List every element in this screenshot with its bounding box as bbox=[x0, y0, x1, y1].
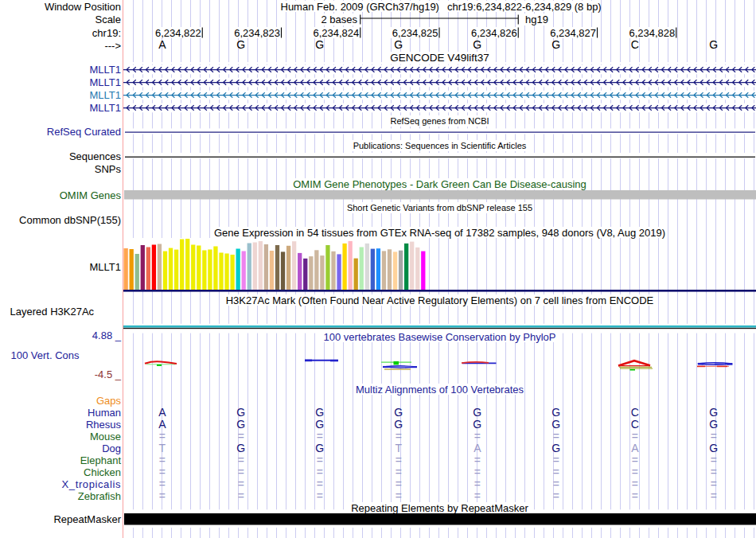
svg-text:=: = bbox=[711, 430, 717, 442]
svg-text:G: G bbox=[394, 406, 403, 419]
svg-text:=: = bbox=[238, 430, 244, 442]
svg-text:Gene Expression in 54 tissues: Gene Expression in 54 tissues from GTEx … bbox=[214, 227, 665, 239]
svg-text:=: = bbox=[396, 478, 402, 490]
svg-text:T: T bbox=[159, 442, 166, 454]
svg-text:=: = bbox=[711, 466, 717, 478]
svg-text:Elephant: Elephant bbox=[80, 454, 122, 466]
svg-text:-4.5 _: -4.5 _ bbox=[95, 368, 122, 380]
svg-text:G: G bbox=[394, 418, 403, 431]
svg-text:6,234,828: 6,234,828 bbox=[629, 27, 675, 39]
svg-text:Rhesus: Rhesus bbox=[86, 419, 122, 431]
svg-text:MLLT1: MLLT1 bbox=[90, 76, 122, 88]
svg-text:=: = bbox=[632, 454, 638, 466]
svg-text:=: = bbox=[474, 430, 481, 442]
svg-text:=: = bbox=[711, 478, 717, 490]
svg-text:=: = bbox=[317, 454, 323, 466]
svg-text:6,234,824: 6,234,824 bbox=[313, 27, 359, 39]
svg-text:G: G bbox=[709, 418, 718, 431]
svg-text:=: = bbox=[396, 454, 402, 466]
svg-text:=: = bbox=[553, 466, 559, 478]
svg-text:G: G bbox=[473, 406, 481, 419]
svg-text:=: = bbox=[474, 454, 481, 466]
svg-text:Scale: Scale bbox=[95, 14, 121, 25]
svg-text:=: = bbox=[553, 478, 559, 490]
svg-text:=: = bbox=[632, 430, 638, 442]
svg-text:=: = bbox=[632, 478, 638, 490]
svg-text:Multiz Alignments of 100 Verte: Multiz Alignments of 100 Vertebrates bbox=[356, 384, 524, 396]
svg-text:Short Genetic Variants from db: Short Genetic Variants from dbSNP releas… bbox=[347, 203, 532, 212]
svg-text:OMIM Genes: OMIM Genes bbox=[60, 189, 122, 201]
svg-text:chr19:: chr19: bbox=[92, 27, 121, 39]
svg-text:G: G bbox=[551, 442, 560, 454]
svg-text:=: = bbox=[238, 454, 244, 466]
svg-text:G: G bbox=[236, 38, 245, 51]
svg-text:2 bases: 2 bases bbox=[321, 14, 357, 25]
svg-text:6,234,826: 6,234,826 bbox=[471, 27, 517, 39]
svg-text:--->: ---> bbox=[104, 40, 121, 52]
svg-text:=: = bbox=[553, 430, 559, 442]
svg-text:=: = bbox=[396, 466, 402, 478]
svg-text:A: A bbox=[631, 442, 639, 454]
svg-text:MLLT1: MLLT1 bbox=[90, 64, 122, 76]
svg-text:G: G bbox=[315, 418, 324, 431]
svg-text:Common dbSNP(155): Common dbSNP(155) bbox=[19, 214, 121, 226]
svg-text:G: G bbox=[236, 442, 245, 454]
svg-text:=: = bbox=[396, 489, 402, 502]
svg-text:A: A bbox=[158, 38, 166, 51]
svg-text:=: = bbox=[238, 466, 244, 478]
svg-text:6,234,827: 6,234,827 bbox=[550, 27, 596, 39]
svg-text:RepeatMasker: RepeatMasker bbox=[53, 513, 121, 525]
svg-text:OMIM Gene Phenotypes - Dark Gr: OMIM Gene Phenotypes - Dark Green Can Be… bbox=[293, 178, 586, 190]
svg-text:G: G bbox=[315, 406, 324, 419]
svg-text:A: A bbox=[158, 418, 166, 431]
svg-text:=: = bbox=[632, 466, 638, 478]
svg-text:C: C bbox=[631, 406, 639, 419]
svg-text:Gaps: Gaps bbox=[96, 395, 122, 407]
svg-text:=: = bbox=[317, 430, 323, 442]
svg-text:G: G bbox=[473, 38, 481, 51]
svg-text:Publications: Sequences in Sci: Publications: Sequences in Scientific Ar… bbox=[353, 141, 527, 150]
svg-text:H3K27Ac Mark (Often Found Near: H3K27Ac Mark (Often Found Near Active Re… bbox=[226, 294, 654, 306]
svg-text:=: = bbox=[159, 430, 166, 442]
svg-text:G: G bbox=[473, 418, 481, 431]
svg-text:RefSeq Curated: RefSeq Curated bbox=[47, 126, 121, 138]
svg-text:Mouse: Mouse bbox=[90, 431, 121, 442]
svg-text:T: T bbox=[396, 442, 403, 454]
svg-text:SNPs: SNPs bbox=[95, 163, 122, 175]
svg-text:X_tropicalis: X_tropicalis bbox=[62, 478, 121, 490]
svg-text:Window Position: Window Position bbox=[45, 1, 121, 13]
svg-text:6,234,825: 6,234,825 bbox=[392, 27, 438, 39]
svg-text:=: = bbox=[632, 489, 638, 502]
svg-text:Dog: Dog bbox=[102, 442, 121, 454]
svg-text:MLLT1: MLLT1 bbox=[90, 261, 122, 273]
svg-text:G: G bbox=[709, 38, 718, 51]
svg-text:Human: Human bbox=[88, 407, 121, 419]
svg-text:=: = bbox=[711, 489, 717, 502]
svg-text:=: = bbox=[553, 454, 559, 466]
svg-text:G: G bbox=[709, 442, 718, 454]
svg-text:=: = bbox=[711, 454, 717, 466]
svg-text:G: G bbox=[236, 406, 245, 419]
svg-text:A: A bbox=[158, 406, 166, 419]
svg-text:Chicken: Chicken bbox=[84, 466, 121, 478]
svg-text:C: C bbox=[631, 418, 639, 431]
svg-text:chr19:6,234,822-6,234,829 (8 b: chr19:6,234,822-6,234,829 (8 bp) bbox=[447, 1, 602, 13]
svg-text:hg19: hg19 bbox=[525, 14, 548, 25]
svg-text:RefSeq genes from NCBI: RefSeq genes from NCBI bbox=[390, 116, 489, 126]
svg-text:=: = bbox=[159, 466, 166, 478]
svg-text:=: = bbox=[474, 466, 481, 478]
svg-text:Sequences: Sequences bbox=[69, 150, 122, 162]
svg-text:G: G bbox=[315, 38, 324, 51]
svg-text:=: = bbox=[474, 489, 481, 502]
svg-text:=: = bbox=[317, 478, 323, 490]
svg-text:Human Feb. 2009 (GRCh37/hg19): Human Feb. 2009 (GRCh37/hg19) bbox=[281, 1, 439, 13]
svg-text:=: = bbox=[159, 454, 166, 466]
svg-text:GENCODE V49lift37: GENCODE V49lift37 bbox=[390, 52, 489, 64]
svg-text:=: = bbox=[396, 430, 402, 442]
svg-text:MLLT1: MLLT1 bbox=[90, 89, 122, 101]
svg-text:G: G bbox=[709, 406, 718, 419]
svg-text:C: C bbox=[631, 38, 639, 51]
svg-text:Zebrafish: Zebrafish bbox=[78, 490, 121, 502]
svg-text:=: = bbox=[159, 478, 166, 490]
svg-text:6,234,823: 6,234,823 bbox=[234, 27, 280, 39]
